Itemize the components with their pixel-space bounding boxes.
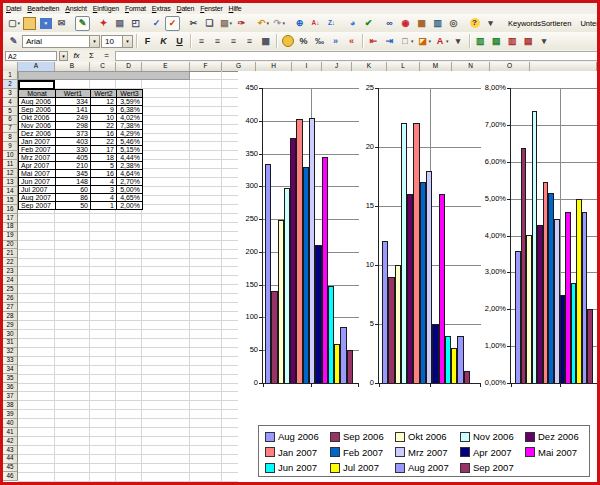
- font-name-combo-dropdown[interactable]: ▾: [89, 36, 99, 47]
- cell-A7[interactable]: Nov 2006: [19, 121, 56, 129]
- cell-A14[interactable]: Jun 2007: [19, 177, 56, 185]
- row-header-8[interactable]: 8: [3, 133, 18, 142]
- sort-descending-button[interactable]: Z↓: [324, 16, 339, 31]
- merge-cells-button[interactable]: ▦: [258, 34, 273, 49]
- cell-B9[interactable]: 403: [56, 137, 91, 145]
- format-toolbar-options-dropdown-2[interactable]: ▾: [537, 34, 552, 49]
- insert-chart-button[interactable]: ◕: [345, 16, 360, 31]
- row-header-20[interactable]: 20: [3, 241, 18, 250]
- data-sources-button[interactable]: ▥: [430, 16, 445, 31]
- format-toolbar-options-dropdown[interactable]: ▾: [451, 34, 466, 49]
- column-header-E[interactable]: E: [142, 62, 190, 71]
- cell-D4[interactable]: 3,59%: [117, 97, 143, 105]
- row-header-21[interactable]: 21: [3, 249, 18, 258]
- row-header-13[interactable]: 13: [3, 178, 18, 187]
- column-header-H[interactable]: H: [256, 62, 292, 71]
- cell-D13[interactable]: 4,64%: [117, 169, 143, 177]
- row-header-9[interactable]: 9: [3, 142, 18, 151]
- column-header-G[interactable]: G: [222, 62, 256, 71]
- column-header-M[interactable]: M: [420, 62, 452, 71]
- document-as-email-button[interactable]: ✉: [54, 16, 69, 31]
- unterstrich-fett-button[interactable]: UnterstrichFett: [576, 16, 600, 30]
- cell-C5[interactable]: 9: [91, 105, 117, 113]
- insert-cells-button[interactable]: ▥: [473, 34, 488, 49]
- font-size-combo-dropdown[interactable]: ▾: [122, 36, 132, 47]
- cell-A15[interactable]: Jul 2007: [19, 185, 56, 193]
- row-header-33[interactable]: 33: [3, 357, 18, 366]
- name-box-dropdown[interactable]: ▾: [59, 51, 68, 61]
- format-paintbrush-button[interactable]: ✑: [234, 16, 249, 31]
- cell-A11[interactable]: Mrz 2007: [19, 153, 56, 161]
- cell-C4[interactable]: 12: [91, 97, 117, 105]
- insert-rows-button[interactable]: ▤: [489, 34, 504, 49]
- row-header-32[interactable]: 32: [3, 348, 18, 357]
- standard-format-button[interactable]: ‰: [312, 34, 327, 49]
- cell-C12[interactable]: 5: [91, 161, 117, 169]
- align-justified-button[interactable]: ≡: [242, 34, 257, 49]
- cell-D14[interactable]: 2,70%: [117, 177, 143, 185]
- cell-A9[interactable]: Jan 2007: [19, 137, 56, 145]
- row-header-5[interactable]: 5: [3, 107, 18, 116]
- column-header-D[interactable]: D: [116, 62, 142, 71]
- italic-button[interactable]: K: [156, 34, 171, 49]
- cut-button[interactable]: ✂: [186, 16, 201, 31]
- new-document-button[interactable]: ▢▾: [6, 16, 21, 31]
- row-header-39[interactable]: 39: [3, 410, 18, 419]
- menu-hilfe[interactable]: Hilfe: [226, 5, 245, 12]
- cell-D12[interactable]: 2,38%: [117, 161, 143, 169]
- cell-C11[interactable]: 18: [91, 153, 117, 161]
- cell-B11[interactable]: 405: [56, 153, 91, 161]
- column-header-K[interactable]: K: [352, 62, 387, 71]
- row-header-22[interactable]: 22: [3, 258, 18, 267]
- decrease-indent-button[interactable]: ⇤: [366, 34, 381, 49]
- row-header-28[interactable]: 28: [3, 312, 18, 321]
- column-header-O[interactable]: O: [490, 62, 530, 71]
- cell-A6[interactable]: Okt 2006: [19, 113, 56, 121]
- sort-ascending-button[interactable]: A↓: [308, 16, 323, 31]
- row-header-27[interactable]: 27: [3, 303, 18, 312]
- edit-file-button[interactable]: ✎: [75, 16, 90, 31]
- row-header-12[interactable]: 12: [3, 169, 18, 178]
- row-header-15[interactable]: 15: [3, 196, 18, 205]
- column-header-A[interactable]: A: [18, 62, 55, 71]
- align-left-button[interactable]: ≡: [194, 34, 209, 49]
- row-header-43[interactable]: 43: [3, 446, 18, 455]
- cell-C15[interactable]: 3: [91, 185, 117, 193]
- monat-wert-data-table[interactable]: MonatWert1Wert2Wert3Aug 2006334123,59%Se…: [18, 89, 143, 210]
- keywords-sortieren-button[interactable]: KeywordsSortieren: [504, 16, 575, 30]
- cell-C16[interactable]: 4: [91, 193, 117, 201]
- borders-button-dropdown-arrow[interactable]: ▾: [411, 38, 414, 44]
- gallery-button[interactable]: ▦: [414, 16, 429, 31]
- row-header-29[interactable]: 29: [3, 321, 18, 330]
- menu-fenster[interactable]: Fenster: [197, 5, 225, 12]
- row-header-42[interactable]: 42: [3, 437, 18, 446]
- cell-B15[interactable]: 60: [56, 185, 91, 193]
- row-header-37[interactable]: 37: [3, 392, 18, 401]
- print-button[interactable]: ▤: [112, 16, 127, 31]
- sum-button[interactable]: Σ: [85, 51, 98, 61]
- cell-D7[interactable]: 7,38%: [117, 121, 143, 129]
- help-button[interactable]: ?: [467, 16, 482, 31]
- styles-button[interactable]: ✎: [6, 34, 21, 49]
- cell-D8[interactable]: 4,29%: [117, 129, 143, 137]
- name-box[interactable]: A2: [5, 51, 57, 61]
- borders-button[interactable]: □▾: [398, 34, 415, 49]
- function-wizard-button[interactable]: fx: [70, 51, 83, 61]
- cell-A13[interactable]: Mai 2007: [19, 169, 56, 177]
- background-color-button[interactable]: ◪▾: [416, 34, 433, 49]
- new-document-button-dropdown-arrow[interactable]: ▾: [17, 20, 20, 26]
- background-color-button-dropdown-arrow[interactable]: ▾: [429, 38, 432, 44]
- cell-C7[interactable]: 22: [91, 121, 117, 129]
- cell-C6[interactable]: 10: [91, 113, 117, 121]
- cell-D11[interactable]: 4,44%: [117, 153, 143, 161]
- cell-B17[interactable]: 50: [56, 201, 91, 209]
- paste-button[interactable]: ▤▾: [218, 16, 233, 31]
- menu-format[interactable]: Format: [122, 5, 149, 12]
- row-header-38[interactable]: 38: [3, 401, 18, 410]
- row-header-31[interactable]: 31: [3, 339, 18, 348]
- row-header-16[interactable]: 16: [3, 205, 18, 214]
- row-header-14[interactable]: 14: [3, 187, 18, 196]
- row-header-6[interactable]: 6: [3, 116, 18, 125]
- column-header-C[interactable]: C: [90, 62, 116, 71]
- cell-B16[interactable]: 86: [56, 193, 91, 201]
